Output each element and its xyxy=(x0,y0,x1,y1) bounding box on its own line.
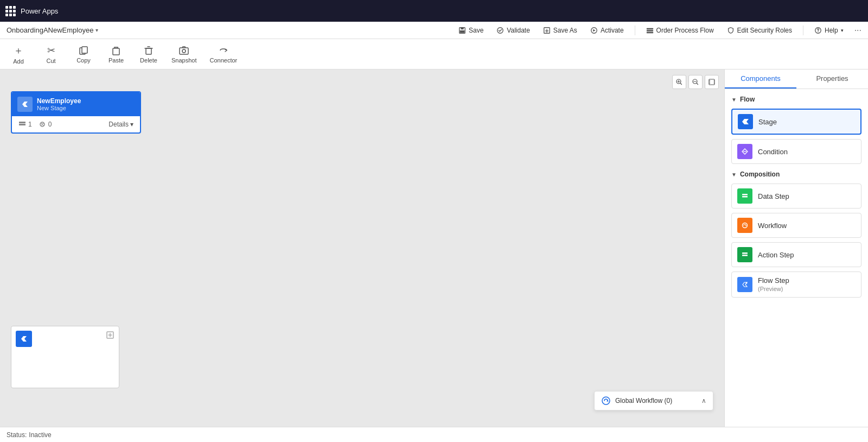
component-condition[interactable]: Condition xyxy=(731,139,861,164)
composition-section-header: ▼ Composition xyxy=(731,171,861,178)
connectors-count: 0 xyxy=(39,121,52,128)
toolbar-divider xyxy=(635,26,635,35)
gw-left: Global Workflow (0) xyxy=(601,396,672,406)
svg-rect-28 xyxy=(742,252,748,254)
validate-button[interactable]: Validate xyxy=(494,26,532,35)
panel-tabs: Components Properties xyxy=(725,70,868,89)
status-label: Status: xyxy=(7,431,27,439)
gw-chevron-icon[interactable]: ∧ xyxy=(701,397,706,405)
connector-tool[interactable]: Connector xyxy=(209,45,237,64)
component-action-step[interactable]: Action Step xyxy=(731,242,861,267)
svg-point-30 xyxy=(746,282,748,284)
fit-view-button[interactable] xyxy=(705,75,719,89)
panel-content: ▼ Flow Stage Condition ▼ Composition xyxy=(725,89,868,427)
save-icon xyxy=(458,27,466,34)
delete-icon xyxy=(143,45,154,56)
status-value: Inactive xyxy=(29,431,51,439)
delete-tool[interactable]: Delete xyxy=(139,45,158,64)
toolbar-divider-2 xyxy=(803,26,803,35)
connectors-icon xyxy=(39,121,46,128)
stage-card-body: 1 0 Details ▾ xyxy=(12,116,140,132)
order-process-flow-button[interactable]: Order Process Flow xyxy=(644,26,716,35)
svg-rect-25 xyxy=(742,194,748,195)
tab-components[interactable]: Components xyxy=(725,70,796,89)
component-flow-step[interactable]: Flow Step(Preview) xyxy=(731,271,861,298)
svg-rect-21 xyxy=(19,124,25,125)
app-title: Power Apps xyxy=(21,7,58,15)
empty-stage-icon xyxy=(16,331,32,347)
flow-section-header: ▼ Flow xyxy=(731,96,861,103)
cut-tool[interactable]: ✂ Cut xyxy=(41,45,61,64)
component-workflow[interactable]: Workflow xyxy=(731,213,861,238)
copy-icon xyxy=(78,45,89,56)
help-chevron-icon: ▾ xyxy=(841,28,844,33)
condition-comp-icon xyxy=(737,144,752,159)
canvas[interactable]: NewEmployee New Stage 1 0 Details xyxy=(0,70,724,427)
stage-meta: 1 0 xyxy=(18,121,52,128)
paste-tool[interactable]: Paste xyxy=(106,45,126,64)
add-icon: ＋ xyxy=(14,44,23,57)
add-tool[interactable]: ＋ Add xyxy=(9,44,28,65)
zoom-in-button[interactable] xyxy=(672,75,686,89)
help-button[interactable]: Help ▾ xyxy=(812,26,846,35)
details-button[interactable]: Details ▾ xyxy=(108,121,133,128)
svg-point-10 xyxy=(818,31,818,31)
status-bar: Status: Inactive xyxy=(0,427,868,442)
details-chevron-icon: ▾ xyxy=(130,121,133,128)
main-content: NewEmployee New Stage 1 0 Details xyxy=(0,70,868,427)
svg-rect-20 xyxy=(19,122,25,123)
project-name[interactable]: OnboardingANewEmployee ▾ xyxy=(7,26,98,34)
svg-rect-7 xyxy=(646,30,653,31)
svg-rect-15 xyxy=(180,48,188,54)
zoom-out-button[interactable] xyxy=(688,75,703,89)
data-step-comp-icon xyxy=(737,188,752,204)
stage-title: NewEmployee New Stage xyxy=(37,97,81,111)
workflow-comp-icon xyxy=(737,218,752,233)
action-step-comp-icon xyxy=(737,247,752,262)
component-data-step[interactable]: Data Step xyxy=(731,184,861,209)
empty-stage-card[interactable] xyxy=(11,326,119,388)
help-icon xyxy=(814,27,822,34)
svg-point-27 xyxy=(743,223,748,228)
top-bar: Power Apps xyxy=(0,0,868,22)
chevron-down-icon: ▾ xyxy=(95,27,98,33)
secondary-bar: OnboardingANewEmployee ▾ Save Validate S… xyxy=(0,22,868,39)
stage-corner-icon xyxy=(106,331,114,341)
validate-icon xyxy=(496,27,504,34)
svg-point-24 xyxy=(602,397,610,405)
svg-rect-12 xyxy=(82,47,87,53)
more-options-button[interactable]: ··· xyxy=(854,26,861,35)
save-button[interactable]: Save xyxy=(456,26,486,35)
copy-tool[interactable]: Copy xyxy=(74,45,93,64)
steps-count: 1 xyxy=(18,121,32,128)
svg-rect-19 xyxy=(709,79,714,85)
main-stage-card[interactable]: NewEmployee New Stage 1 0 Details xyxy=(11,91,141,134)
svg-rect-6 xyxy=(646,28,653,29)
svg-rect-2 xyxy=(460,30,465,33)
order-flow-icon xyxy=(646,27,654,34)
cut-icon: ✂ xyxy=(47,45,55,56)
svg-point-16 xyxy=(182,49,186,53)
snapshot-icon xyxy=(178,45,189,56)
flow-section-triangle: ▼ xyxy=(731,97,737,103)
empty-stage-content xyxy=(11,326,119,335)
global-workflow-bar[interactable]: Global Workflow (0) ∧ xyxy=(594,391,713,411)
snapshot-tool[interactable]: Snapshot xyxy=(171,45,196,64)
flow-step-comp-icon xyxy=(737,277,752,292)
composition-section-triangle: ▼ xyxy=(731,172,737,178)
svg-rect-13 xyxy=(113,48,119,55)
security-icon xyxy=(727,27,735,34)
tab-properties[interactable]: Properties xyxy=(796,70,868,89)
svg-rect-29 xyxy=(742,255,748,256)
save-as-icon xyxy=(543,27,551,34)
svg-rect-1 xyxy=(461,27,463,29)
svg-rect-14 xyxy=(146,48,151,54)
paste-icon xyxy=(111,45,122,56)
right-panel: Components Properties ▼ Flow Stage xyxy=(724,70,868,427)
activate-button[interactable]: Activate xyxy=(588,26,626,35)
app-grid-icon[interactable] xyxy=(5,6,15,16)
component-stage[interactable]: Stage xyxy=(731,109,861,135)
edit-security-roles-button[interactable]: Edit Security Roles xyxy=(725,26,794,35)
save-as-button[interactable]: Save As xyxy=(541,26,579,35)
toolbar-row: ＋ Add ✂ Cut Copy Paste Delete Snapshot C… xyxy=(0,39,868,70)
